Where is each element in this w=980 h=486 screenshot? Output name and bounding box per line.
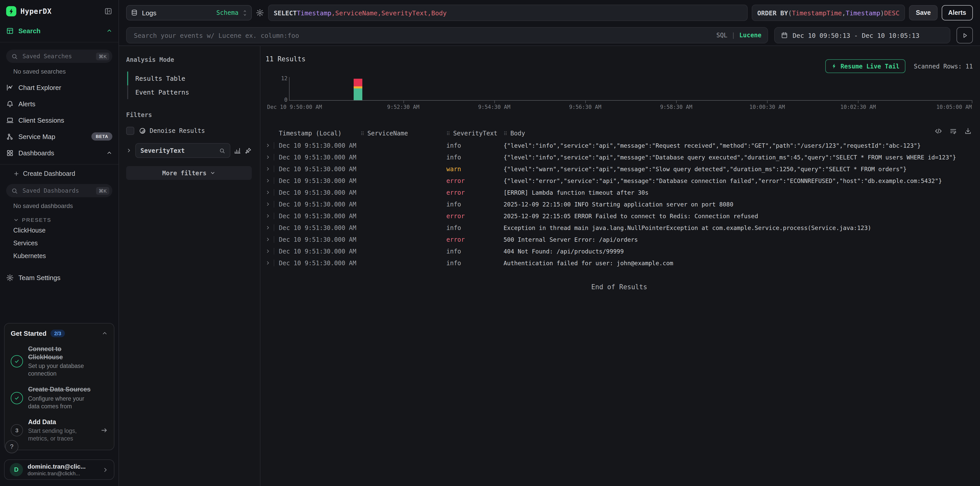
- more-filters-label: More filters: [162, 169, 206, 177]
- create-dashboard-button[interactable]: Create Dashboard: [0, 167, 118, 180]
- more-filters-button[interactable]: More filters: [126, 166, 252, 180]
- sidebar-item-search[interactable]: Search: [0, 22, 118, 39]
- row-expand-button[interactable]: [266, 140, 279, 151]
- save-button[interactable]: Save: [909, 5, 937, 21]
- saved-dashboards-input[interactable]: ⌘K: [6, 184, 112, 197]
- table-grid-icon: [6, 27, 14, 35]
- mode-event-patterns[interactable]: Event Patterns: [127, 85, 252, 99]
- events-histogram[interactable]: 12 0 Dec 10 9:50:00 AM9:52:30 AM9:54:30 …: [266, 74, 973, 114]
- code-view-icon[interactable]: [935, 127, 942, 135]
- divider: [274, 260, 274, 266]
- severity-filter-field[interactable]: SeverityText: [135, 143, 230, 158]
- sidebar-item-chart-explorer[interactable]: Chart Explorer: [0, 79, 118, 96]
- sidebar-item-dashboards[interactable]: Dashboards: [0, 145, 118, 161]
- column-header-timestamp[interactable]: Timestamp (Local): [279, 130, 361, 137]
- source-select[interactable]: Logs Schema: [126, 5, 252, 21]
- toggle-lucene[interactable]: Lucene: [739, 32, 761, 39]
- chevron-right-icon[interactable]: [126, 148, 132, 153]
- table-row[interactable]: Dec 10 9:51:30.000 AM warn {"level":"war…: [266, 163, 973, 175]
- row-body: {"level":"warn","service":"api","message…: [504, 165, 973, 172]
- table-row[interactable]: Dec 10 9:51:30.000 AM error {"level":"er…: [266, 175, 973, 186]
- drag-handle-icon[interactable]: ⠿: [446, 131, 450, 136]
- get-started-step-connect[interactable]: Connect to ClickHouse Set up your databa…: [11, 346, 108, 378]
- table-row[interactable]: Dec 10 9:51:30.000 AM info 404 Not Found…: [266, 245, 973, 257]
- table-row[interactable]: Dec 10 9:51:30.000 AM error 500 Internal…: [266, 234, 973, 245]
- x-axis-tick: [767, 100, 768, 103]
- alerts-button[interactable]: Alerts: [942, 5, 973, 21]
- laptop-icon: [6, 116, 14, 124]
- source-settings-gear-icon[interactable]: [256, 9, 264, 17]
- row-severity: info: [446, 259, 504, 266]
- row-timestamp: Dec 10 9:51:30.000 AM: [279, 154, 361, 161]
- chevron-right-icon: [266, 167, 270, 171]
- row-severity: error: [446, 189, 504, 196]
- search-icon[interactable]: [219, 147, 225, 154]
- get-started-step-add-data[interactable]: 3 Add Data Start sending logs, metrics, …: [11, 418, 108, 443]
- chevron-right-icon: [266, 202, 270, 206]
- saved-searches-field[interactable]: [21, 52, 92, 60]
- chevron-up-icon[interactable]: [106, 150, 112, 156]
- row-expand-button[interactable]: [266, 222, 279, 234]
- row-expand-button[interactable]: [266, 151, 279, 163]
- row-expand-button[interactable]: [266, 175, 279, 186]
- row-expand-button[interactable]: [266, 257, 279, 269]
- saved-dashboards-field[interactable]: [21, 186, 92, 195]
- denoise-toggle[interactable]: Denoise Results: [126, 127, 252, 135]
- preset-clickhouse[interactable]: ClickHouse: [0, 224, 118, 237]
- event-search-input[interactable]: [133, 31, 711, 40]
- drag-handle-icon[interactable]: ⠿: [504, 131, 508, 136]
- drag-handle-icon[interactable]: ⠿: [361, 131, 364, 136]
- resume-live-tail-button[interactable]: Resume Live Tail: [825, 59, 906, 73]
- chevron-up-icon[interactable]: [102, 330, 108, 336]
- column-header-severitytext[interactable]: ⠿SeverityText: [446, 130, 504, 137]
- avatar: D: [10, 463, 23, 476]
- table-row[interactable]: Dec 10 9:51:30.000 AM error 2025-12-09 2…: [266, 210, 973, 222]
- select-columns-input[interactable]: SELECT Timestamp ,ServiceName,SeverityTe…: [268, 5, 748, 21]
- table-row[interactable]: Dec 10 9:51:30.000 AM error [ERROR] Lamb…: [266, 186, 973, 198]
- order-by-input[interactable]: ORDER BY ( TimestampTime , Timestamp ) D…: [752, 5, 905, 21]
- download-icon[interactable]: [964, 127, 972, 135]
- denoise-checkbox[interactable]: [126, 127, 134, 135]
- preset-kubernetes[interactable]: Kubernetes: [0, 249, 118, 262]
- row-expand-button[interactable]: [266, 198, 279, 210]
- chevron-up-icon[interactable]: [106, 28, 112, 34]
- table-row[interactable]: Dec 10 9:51:30.000 AM info Authenticatio…: [266, 257, 973, 269]
- x-axis-tick-label: 9:54:30 AM: [478, 104, 510, 110]
- row-expand-button[interactable]: [266, 163, 279, 175]
- row-expand-button[interactable]: [266, 245, 279, 257]
- table-row[interactable]: Dec 10 9:51:30.000 AM info 2025-12-09 22…: [266, 198, 973, 210]
- table-row[interactable]: Dec 10 9:51:30.000 AM info {"level":"inf…: [266, 140, 973, 151]
- user-menu[interactable]: D dominic.tran@clic... dominic.tran@clic…: [4, 459, 115, 480]
- date-range-picker[interactable]: Dec 10 09:50:13 - Dec 10 10:05:13: [774, 27, 950, 43]
- run-query-play-button[interactable]: [956, 27, 973, 43]
- sidebar-item-team-settings[interactable]: Team Settings: [0, 269, 118, 286]
- pin-icon[interactable]: [245, 147, 252, 154]
- sidebar-item-service-map[interactable]: Service Map BETA: [0, 128, 118, 145]
- get-started-step-sources[interactable]: Create Data Sources Configure where your…: [11, 386, 108, 410]
- event-search-box[interactable]: SQL | Lucene: [126, 27, 768, 43]
- column-header-servicename[interactable]: ⠿ServiceName: [361, 130, 446, 137]
- sidebar-collapse-icon[interactable]: [104, 7, 112, 15]
- histogram-bar[interactable]: [353, 79, 362, 100]
- wrap-text-icon[interactable]: [949, 127, 957, 135]
- presets-toggle[interactable]: PRESETS: [0, 214, 118, 224]
- row-expand-button[interactable]: [266, 186, 279, 198]
- bar-chart-icon[interactable]: [234, 147, 241, 154]
- help-button[interactable]: ?: [5, 440, 18, 453]
- chevron-down-icon: [13, 217, 19, 223]
- sidebar-item-client-sessions[interactable]: Client Sessions: [0, 112, 118, 128]
- preset-services[interactable]: Services: [0, 237, 118, 249]
- sidebar-item-alerts[interactable]: Alerts: [0, 96, 118, 112]
- row-timestamp: Dec 10 9:51:30.000 AM: [279, 189, 361, 196]
- mode-results-table[interactable]: Results Table: [127, 72, 252, 85]
- half-circle-icon: [139, 127, 146, 134]
- table-row[interactable]: Dec 10 9:51:30.000 AM info Exception in …: [266, 222, 973, 234]
- sql-field: Timestamp: [846, 9, 880, 17]
- source-label: Logs: [142, 9, 212, 17]
- column-header-body[interactable]: ⠿Body: [504, 130, 973, 137]
- row-expand-button[interactable]: [266, 210, 279, 222]
- saved-searches-input[interactable]: ⌘K: [6, 49, 112, 63]
- row-expand-button[interactable]: [266, 234, 279, 245]
- table-row[interactable]: Dec 10 9:51:30.000 AM info {"level":"inf…: [266, 151, 973, 163]
- toggle-sql[interactable]: SQL: [716, 32, 727, 39]
